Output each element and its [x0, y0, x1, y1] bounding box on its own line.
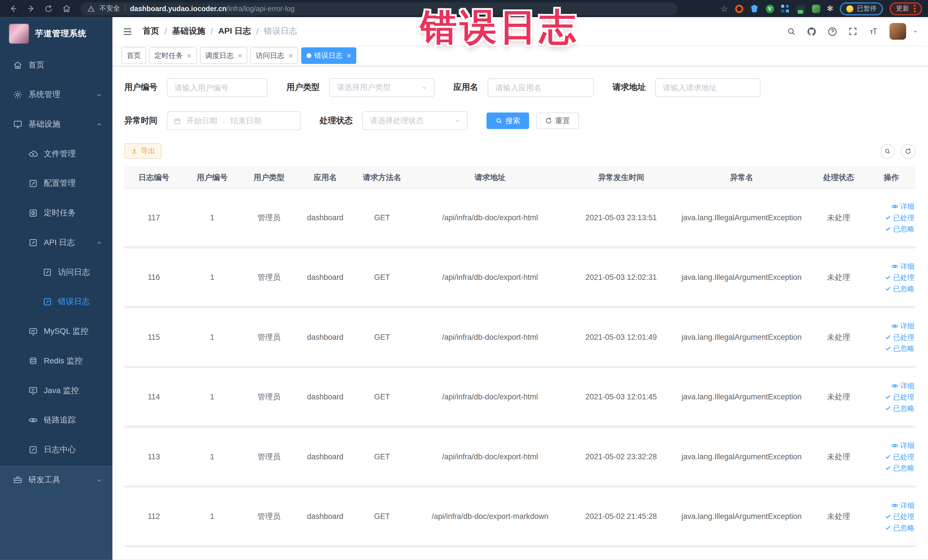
extension-grid-icon[interactable] [781, 4, 790, 13]
mark-processed-link[interactable]: 已处理 [885, 392, 914, 401]
detail-link[interactable]: 详细 [891, 500, 914, 510]
mark-ignored-link[interactable]: 已忽略 [885, 343, 914, 353]
reset-button[interactable]: 重置 [536, 112, 579, 129]
sidebar-item-job[interactable]: 定时任务 [0, 198, 112, 228]
browser-reload-icon[interactable] [41, 2, 56, 15]
tab-close-icon[interactable]: × [346, 52, 351, 60]
breadcrumb-item[interactable]: 首页 [143, 26, 159, 37]
detail-link[interactable]: 详细 [891, 201, 914, 211]
sidebar-item-access-log[interactable]: 访问日志 [0, 257, 112, 287]
mark-ignored-link[interactable]: 已忽略 [885, 523, 914, 533]
search-icon[interactable] [786, 26, 796, 36]
sidebar-item-file[interactable]: 文件管理 [0, 139, 112, 169]
check-icon [885, 405, 891, 411]
app-logo-row[interactable]: 芋道管理系统 [0, 17, 112, 50]
detail-link[interactable]: 详细 [891, 381, 914, 390]
sidebar-item-error-log[interactable]: 错误日志 [0, 287, 112, 317]
collapse-menu-icon[interactable] [122, 26, 133, 37]
mark-processed-link[interactable]: 已处理 [885, 333, 914, 342]
mark-ignored-link[interactable]: 已忽略 [885, 403, 914, 413]
sidebar-item-label: MySQL 监控 [44, 326, 89, 337]
mark-ignored-link[interactable]: 已忽略 [885, 224, 914, 233]
fullscreen-icon[interactable] [848, 26, 858, 36]
tab-错误日志[interactable]: 错误日志× [301, 47, 357, 64]
extension-green-v-icon[interactable]: V [765, 4, 774, 13]
extension-orange-icon[interactable] [734, 4, 743, 13]
cell-exception: java.lang.IllegalArgumentException [673, 333, 810, 342]
tab-首页[interactable]: 首页 [121, 47, 146, 64]
browser-update-button[interactable]: 更新 [890, 2, 922, 15]
font-size-icon[interactable] [868, 26, 879, 36]
mark-ignored-link-label: 已忽略 [893, 224, 914, 233]
sidebar-item-api-log[interactable]: API 日志 [0, 228, 112, 258]
mark-processed-link[interactable]: 已处理 [885, 512, 914, 521]
toggle-search-button[interactable] [880, 143, 895, 158]
sidebar-item-trace[interactable]: 链路追踪 [0, 405, 112, 435]
browser-forward-icon[interactable] [24, 2, 38, 15]
breadcrumb-item[interactable]: 错误日志 [264, 26, 297, 37]
process-status-select[interactable]: 请选择处理状态 [362, 111, 467, 130]
sidebar-item-log-center[interactable]: 日志中心 [0, 435, 112, 465]
check-icon [885, 334, 891, 340]
sidebar-item-home[interactable]: 首页 [0, 50, 112, 80]
sidebar-item-config[interactable]: 配置管理 [0, 169, 112, 198]
avatar-caret-icon[interactable] [912, 28, 919, 35]
tab-访问日志[interactable]: 访问日志× [250, 47, 298, 64]
bookmark-star-icon[interactable]: ☆ [720, 5, 728, 13]
cell-id: 113 [124, 452, 183, 461]
detail-link[interactable]: 详细 [891, 321, 914, 330]
github-icon[interactable] [807, 26, 817, 36]
tab-定时任务[interactable]: 定时任务× [149, 47, 197, 64]
user-id-label: 用户编号 [124, 82, 157, 93]
tab-close-icon[interactable]: × [288, 52, 293, 60]
cell-user_type: 管理员 [241, 332, 297, 342]
sidebar-item-infra[interactable]: 基础设施 [0, 110, 112, 139]
update-label: 更新 [896, 4, 909, 13]
cell-method: GET [353, 512, 411, 521]
request-url-input[interactable] [655, 78, 760, 97]
user-type-select[interactable]: 请选择用户类型 [329, 78, 434, 97]
mark-ignored-link[interactable]: 已忽略 [885, 284, 914, 293]
app-name-input[interactable] [487, 78, 594, 97]
cell-time: 2021-05-03 12:01:49 [569, 333, 673, 342]
sidebar-item-redis[interactable]: Redis 监控 [0, 346, 112, 376]
tab-close-icon[interactable]: × [187, 52, 192, 60]
mark-processed-link[interactable]: 已处理 [885, 272, 914, 282]
sidebar-item-java[interactable]: Java 监控 [0, 376, 112, 405]
cell-url: /api/infra/db-doc/export-html [411, 392, 569, 401]
cell-status: 未处理 [810, 332, 867, 342]
detail-link[interactable]: 详细 [891, 441, 914, 450]
breadcrumb-item[interactable]: API 日志 [218, 26, 251, 37]
sidebar-item-dev-tool[interactable]: 研发工具 [0, 465, 112, 495]
user-avatar[interactable] [890, 23, 906, 40]
browser-address-bar[interactable]: 不安全 dashboard.yudao.iocoder.cn/infra/log… [81, 2, 678, 15]
detail-link[interactable]: 详细 [891, 261, 914, 271]
export-button[interactable]: 导出 [124, 143, 162, 159]
mark-processed-link[interactable]: 已处理 [885, 213, 914, 222]
detail-link-label: 详细 [900, 321, 914, 330]
paused-extension-pill[interactable]: 已暂停 [840, 2, 883, 15]
browser-home-icon[interactable] [59, 2, 73, 15]
user-id-input[interactable] [167, 78, 267, 97]
breadcrumb-item[interactable]: 基础设施 [172, 26, 205, 37]
tab-label: 访问日志 [256, 50, 284, 61]
search-button[interactable]: 搜索 [486, 112, 529, 129]
exception-time-range-picker[interactable]: 开始日期 - 结束日期 [167, 111, 301, 130]
extension-switch-icon[interactable] [796, 4, 805, 13]
refresh-table-button[interactable] [901, 143, 916, 158]
mark-ignored-link[interactable]: 已忽略 [885, 463, 914, 472]
tab-调度日志[interactable]: 调度日志× [200, 47, 247, 64]
mark-ignored-link-label: 已忽略 [893, 463, 914, 472]
tab-close-icon[interactable]: × [238, 52, 242, 60]
check-icon [885, 285, 891, 292]
extension-leaf-icon[interactable] [811, 4, 820, 13]
browser-menu-icon[interactable] [914, 5, 916, 12]
browser-back-icon[interactable] [6, 2, 20, 15]
extension-shield-icon[interactable] [750, 4, 759, 13]
help-icon[interactable] [827, 26, 837, 36]
sidebar-item-mysql[interactable]: MySQL 监控 [0, 317, 112, 346]
mark-processed-link[interactable]: 已处理 [885, 452, 914, 461]
main-area: 首页/基础设施/API 日志/错误日志 首页定时任务×调度日志×访问日志×错误日… [112, 17, 928, 560]
sidebar-item-system[interactable]: 系统管理 [0, 80, 112, 110]
extension-paw-icon[interactable]: ✻ [827, 5, 833, 12]
